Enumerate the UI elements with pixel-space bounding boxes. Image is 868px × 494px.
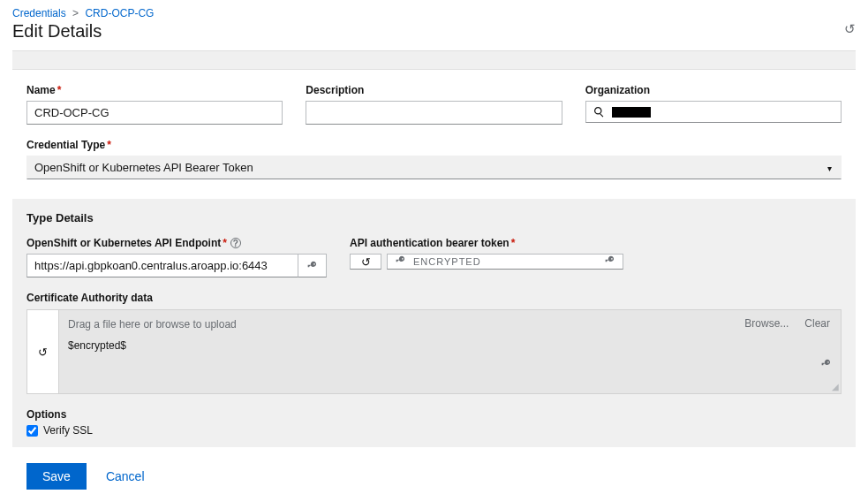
description-label: Description (306, 84, 562, 96)
organization-label: Organization (585, 84, 842, 96)
breadcrumb: Credentials > CRD-OCP-CG (12, 7, 856, 19)
description-input[interactable] (306, 101, 562, 125)
search-icon (593, 106, 605, 118)
save-button[interactable]: Save (26, 463, 87, 490)
organization-lookup[interactable] (585, 101, 842, 123)
credential-type-label: Credential Type* (26, 139, 842, 151)
credential-type-value: OpenShift or Kubernetes API Bearer Token (27, 156, 841, 179)
credential-type-select[interactable]: OpenShift or Kubernetes API Bearer Token… (26, 156, 842, 179)
breadcrumb-sep: > (72, 7, 79, 19)
ca-area: ↺ Drag a file here or browse to upload $… (26, 309, 842, 394)
section-gap (12, 50, 856, 70)
chevron-down-icon: ▾ (827, 163, 832, 172)
token-label: API authentication bearer token* (350, 237, 623, 249)
key-icon (820, 358, 832, 372)
options-section: Options Verify SSL (26, 408, 842, 437)
name-label: Name* (26, 84, 283, 96)
verify-ssl-label: Verify SSL (43, 424, 93, 437)
history-icon[interactable]: ↺ (844, 21, 856, 37)
endpoint-label: OpenShift or Kubernetes API Endpoint*? (26, 237, 327, 249)
type-details-heading: Type Details (26, 211, 842, 224)
ca-value: $encrypted$ (68, 339, 832, 352)
key-icon[interactable] (298, 254, 327, 277)
cancel-button[interactable]: Cancel (106, 469, 145, 483)
help-icon[interactable]: ? (230, 238, 241, 248)
type-details-section: Type Details OpenShift or Kubernetes API… (12, 199, 856, 447)
key-icon (604, 255, 615, 269)
details-form: Name* Description Organization Credentia… (12, 70, 856, 199)
name-input[interactable] (26, 101, 283, 125)
revert-icon[interactable]: ↺ (350, 254, 381, 270)
resize-handle[interactable]: ◢ (832, 382, 839, 391)
organization-value (612, 107, 651, 118)
page-title: Edit Details (12, 21, 102, 42)
ca-drag-hint: Drag a file here or browse to upload (68, 318, 237, 331)
revert-icon[interactable]: ↺ (27, 310, 59, 393)
options-heading: Options (26, 408, 842, 421)
clear-button[interactable]: Clear (804, 317, 830, 330)
breadcrumb-root[interactable]: Credentials (12, 7, 66, 19)
form-footer: Save Cancel (12, 447, 856, 494)
browse-button[interactable]: Browse... (744, 317, 789, 330)
token-status: ENCRYPTED (413, 256, 481, 267)
breadcrumb-current[interactable]: CRD-OCP-CG (85, 7, 154, 19)
ca-label: Certificate Authority data (26, 292, 842, 304)
key-icon (395, 255, 406, 269)
verify-ssl-checkbox[interactable] (26, 425, 38, 437)
endpoint-input[interactable] (26, 254, 298, 277)
token-input[interactable]: ENCRYPTED (387, 254, 623, 270)
